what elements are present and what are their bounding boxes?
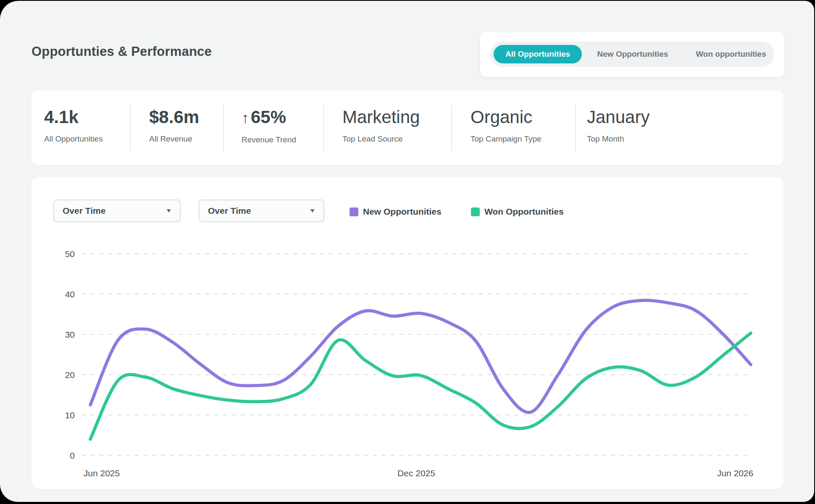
stat-divider xyxy=(223,104,224,152)
stat-value: Organic xyxy=(471,107,542,127)
tab-won-opportunities[interactable]: Won opportunities xyxy=(696,42,766,67)
chart-card: Over Time ▼ Over Time ▼ New Opportunitie… xyxy=(32,177,783,489)
app-background: Opportunties & Performance All Opportuni… xyxy=(0,1,814,502)
stat-top-month: January Top Month xyxy=(587,107,649,144)
stat-label: Top Month xyxy=(587,134,649,144)
stat-value: 4.1k xyxy=(44,107,103,127)
stat-label: All Revenue xyxy=(149,134,199,144)
stat-label: Top Campaign Type xyxy=(471,134,542,144)
stat-top-campaign-type: Organic Top Campaign Type xyxy=(471,107,542,144)
line-chart: 01020304050Jun 2025Dec 2025Jun 2026 xyxy=(32,177,783,489)
stat-value: $8.6m xyxy=(149,107,199,127)
y-axis-tick-label: 10 xyxy=(65,410,75,420)
series-line-new-opportunities xyxy=(90,300,751,412)
stat-value: Marketing xyxy=(342,107,420,127)
stat-all-revenue: $8.6m All Revenue xyxy=(149,107,199,144)
stat-divider xyxy=(451,104,452,152)
x-axis-tick-label: Jun 2025 xyxy=(84,468,120,478)
x-axis-tick-label: Dec 2025 xyxy=(397,468,435,478)
stat-divider xyxy=(575,104,576,152)
stat-all-opportunities: 4.1k All Opportunities xyxy=(44,107,103,144)
y-axis-tick-label: 40 xyxy=(65,289,75,299)
stat-divider xyxy=(323,104,324,152)
y-axis-tick-label: 20 xyxy=(65,370,75,380)
stat-divider xyxy=(130,104,131,152)
tab-all-opportunities[interactable]: All Opportunities xyxy=(494,45,582,63)
stat-revenue-trend: ↑65% Revenue Trend xyxy=(242,107,296,144)
series-line-won-opportunities xyxy=(90,333,751,439)
y-axis-tick-label: 50 xyxy=(65,249,75,259)
y-axis-tick-label: 30 xyxy=(65,330,75,339)
stat-value: 65% xyxy=(251,107,286,127)
stats-card: 4.1k All Opportunities $8.6m All Revenue… xyxy=(32,90,783,165)
stat-label: All Opportunities xyxy=(44,134,103,144)
tab-new-opportunities[interactable]: New Opportunities xyxy=(597,42,668,67)
stat-value: January xyxy=(587,107,649,127)
tabs-card: All Opportunities New Opportunities Won … xyxy=(480,32,784,77)
trend-up-arrow-icon: ↑ xyxy=(242,109,249,126)
tabs-track: All Opportunities New Opportunities Won … xyxy=(490,42,774,67)
y-axis-tick-label: 0 xyxy=(70,451,75,460)
stat-top-lead-source: Marketing Top Lead Source xyxy=(342,107,420,144)
stat-label: Top Lead Source xyxy=(342,134,420,144)
stat-label: Revenue Trend xyxy=(242,135,296,144)
page-title: Opportunties & Performance xyxy=(32,44,212,59)
x-axis-tick-label: Jun 2026 xyxy=(717,468,753,478)
